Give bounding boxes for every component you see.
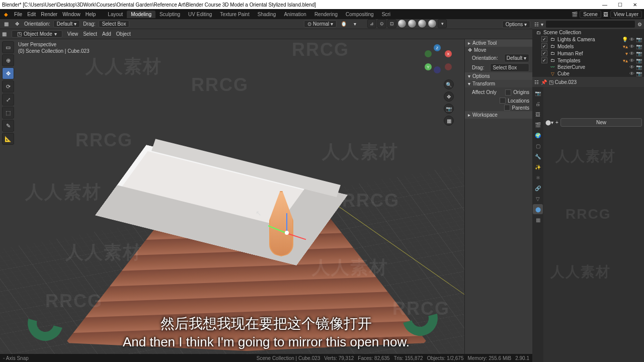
gizmo-origin[interactable] — [285, 231, 289, 235]
render-icon[interactable]: 📷 — [636, 37, 642, 42]
menu-help[interactable]: Help — [86, 12, 96, 17]
outliner-editor-icon[interactable]: ☷ — [534, 22, 539, 27]
prop-mesh-icon[interactable]: ▽ — [533, 194, 543, 204]
nav-camera-icon[interactable]: 📷 — [444, 104, 454, 114]
new-material-button[interactable]: New — [560, 118, 642, 127]
np-drag-select[interactable]: Select Box — [490, 63, 529, 72]
mirror-x-icon[interactable]: 🪞 — [340, 20, 348, 28]
tab-rendering[interactable]: Rendering — [310, 11, 342, 18]
material-slot-icon[interactable]: ⬤▾ — [545, 120, 553, 125]
menu-file[interactable]: File — [14, 12, 22, 17]
nav-nz-icon[interactable] — [434, 66, 441, 73]
options-dropdown[interactable]: Options ▾ — [502, 21, 530, 28]
prop-scene-icon[interactable]: 🎬 — [533, 120, 543, 130]
shading-render-icon[interactable] — [428, 19, 437, 28]
tool-move[interactable]: ✥ — [2, 67, 14, 79]
outliner-display-icon[interactable]: ▾ — [541, 22, 543, 27]
workspace-header[interactable]: ▸ Workspace — [465, 111, 532, 119]
outliner-item-lights[interactable]: 🗀Lights & Camera💡 👁 📷 — [532, 36, 644, 43]
tool-annotate[interactable]: ✎ — [2, 120, 14, 132]
editor-icon[interactable]: ▦ — [2, 31, 7, 37]
nav-z-icon[interactable]: Z — [434, 44, 441, 51]
transform-header[interactable]: ▾ Transform — [465, 80, 532, 87]
pin-icon[interactable]: 📌 — [541, 79, 547, 85]
properties-editor-icon[interactable]: ☷ — [534, 79, 539, 85]
menu-edit[interactable]: Edit — [27, 12, 36, 17]
affect-locations-check[interactable] — [500, 98, 506, 104]
drag-select[interactable]: Select Box — [99, 20, 130, 28]
overlays-toggle-icon[interactable]: ⊙ — [377, 19, 386, 28]
menu-select[interactable]: Select — [83, 31, 97, 37]
render-icon[interactable]: 📷 — [636, 51, 642, 56]
minimize-button[interactable]: — — [598, 1, 612, 9]
render-icon[interactable]: 📷 — [636, 44, 642, 49]
outliner-scene-collection[interactable]: 🗀Scene Collection — [532, 29, 644, 36]
outliner-filter-icon[interactable]: ⚙ — [637, 22, 642, 27]
gizmo-toggle-icon[interactable]: ⊿ — [367, 19, 376, 28]
editor-type-icon[interactable]: ▦ — [2, 20, 10, 28]
nav-zoom-icon[interactable]: 🔍 — [444, 79, 454, 89]
outliner-item-bezier[interactable]: 〰BezierCurve👁 📷 — [532, 64, 644, 70]
nav-grid-icon[interactable]: ▦ — [444, 116, 454, 126]
tab-modeling[interactable]: Modeling — [127, 11, 155, 18]
prop-world-icon[interactable]: 🌍 — [533, 130, 543, 140]
tool-transform[interactable]: ⬚ — [2, 107, 14, 119]
eye-icon[interactable]: 👁 — [629, 51, 634, 56]
xray-toggle-icon[interactable]: ⊡ — [387, 19, 396, 28]
collection-enable-check[interactable] — [541, 57, 547, 63]
nav-x-icon[interactable]: X — [445, 50, 452, 57]
add-slot-button[interactable]: + — [555, 120, 558, 125]
shading-wire-icon[interactable] — [397, 19, 407, 28]
tool-select[interactable]: ▭ — [2, 41, 14, 53]
orientation-select[interactable]: Default ▾ — [53, 20, 80, 28]
nav-y-icon[interactable]: Y — [425, 63, 432, 70]
3d-viewport[interactable]: ↖ User Perspective (0) Scene Collection … — [0, 39, 532, 362]
tab-animation[interactable]: Animation — [280, 11, 310, 18]
tab-scripting[interactable]: Scri — [378, 11, 394, 18]
np-orient-select[interactable]: Default ▾ — [504, 54, 529, 62]
viewlayer-field[interactable]: View Layer — [610, 11, 642, 18]
eye-icon[interactable]: 👁 — [629, 58, 634, 63]
outliner-item-templates[interactable]: 🗀Templates▾▴ 👁 📷 — [532, 57, 644, 64]
prop-modifier-icon[interactable]: 🔧 — [533, 151, 543, 161]
close-button[interactable]: ✕ — [628, 1, 642, 9]
prop-constraint-icon[interactable]: 🔗 — [533, 183, 543, 193]
shading-dropdown-icon[interactable]: ▾ — [438, 19, 447, 28]
outliner-item-humanref[interactable]: 🗀Human Ref▾ 👁 📷 — [532, 50, 644, 57]
viewlayer-icon[interactable]: 🖼 — [603, 12, 608, 17]
prop-texture-icon[interactable]: ▦ — [533, 215, 543, 225]
menu-render[interactable]: Render — [41, 12, 57, 17]
tab-uv[interactable]: UV Editing — [184, 11, 216, 18]
active-tool-header[interactable]: ▸ Active Tool — [465, 39, 532, 47]
tab-compositing[interactable]: Compositing — [342, 11, 378, 18]
prop-output-icon[interactable]: 🖨 — [533, 99, 543, 109]
scene-field[interactable]: Scene — [580, 11, 601, 18]
outliner-item-models[interactable]: 🗀Models▾▴ 👁 📷 — [532, 43, 644, 50]
tool-rotate[interactable]: ⟳ — [2, 80, 14, 93]
prop-object-icon[interactable]: ▢ — [533, 141, 543, 151]
eye-icon[interactable]: 👁 — [629, 37, 634, 42]
menu-window[interactable]: Window — [62, 12, 80, 17]
mode-select[interactable]: ◳ Object Mode ▾ — [12, 30, 62, 38]
outliner-search-input[interactable] — [545, 20, 635, 28]
tab-layout[interactable]: Layout — [104, 11, 127, 18]
nav-nx-icon[interactable] — [445, 63, 452, 70]
nav-gizmo[interactable]: Z X Y — [424, 44, 454, 74]
nav-pan-icon[interactable]: ✥ — [444, 92, 454, 102]
shading-matprev-icon[interactable] — [418, 19, 427, 28]
tab-sculpting[interactable]: Sculpting — [155, 11, 184, 18]
tool-scale[interactable]: ⤢ — [2, 94, 14, 106]
maximize-button[interactable]: ☐ — [613, 1, 627, 9]
prop-physics-icon[interactable]: ⚛ — [533, 172, 543, 183]
gizmo-z-axis[interactable] — [286, 213, 287, 233]
render-icon[interactable]: 📷 — [636, 71, 642, 76]
menu-view[interactable]: View — [67, 31, 78, 37]
prop-render-icon[interactable]: 📷 — [533, 88, 543, 98]
prop-material-icon[interactable]: ⬤ — [533, 204, 543, 214]
tab-texpaint[interactable]: Texture Paint — [216, 11, 253, 18]
move-gizmo[interactable] — [279, 225, 294, 240]
render-icon[interactable]: 📷 — [636, 58, 642, 63]
prop-viewlayer-icon[interactable]: 🖼 — [533, 109, 543, 119]
scene-icon[interactable]: 🎬 — [572, 12, 578, 17]
menu-add[interactable]: Add — [102, 31, 111, 37]
